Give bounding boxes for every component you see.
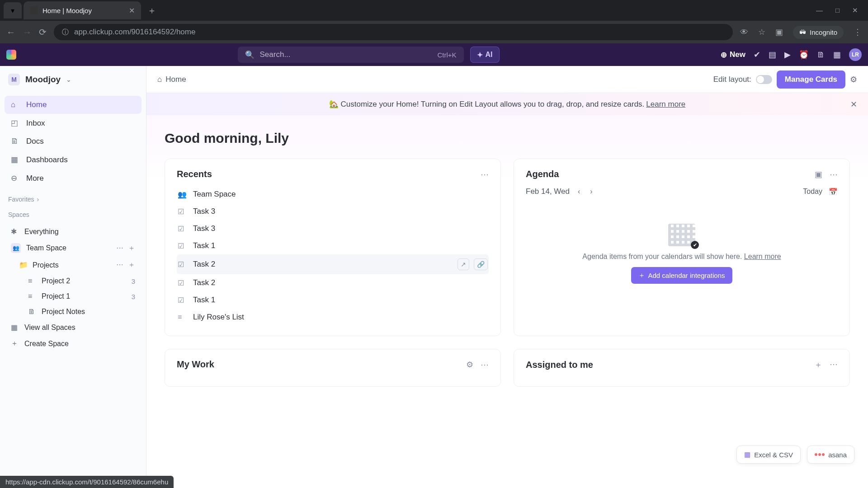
recent-label: Task 2 <box>193 260 215 269</box>
recents-title: Recents <box>177 169 212 179</box>
recent-item-task[interactable]: ☑ Task 1 <box>177 237 489 254</box>
recent-label: Task 1 <box>193 241 215 250</box>
calendar-illustration-icon <box>668 224 695 246</box>
asana-pill[interactable]: asana <box>807 446 854 464</box>
workspace-switcher[interactable]: M Moodjoy ⌄ <box>0 66 146 93</box>
more-dots-icon[interactable]: ⋯ <box>830 169 838 179</box>
user-avatar[interactable]: LR <box>849 48 862 61</box>
reload-icon[interactable]: ⟳ <box>39 27 47 38</box>
sidebar-item-project-2[interactable]: ≡ Project 2 3 <box>5 273 142 289</box>
sidebar-item-view-all-spaces[interactable]: ▦ View all Spaces <box>5 319 142 335</box>
sidebar-item-inbox[interactable]: ◰ Inbox <box>5 114 142 132</box>
sidebar-item-create-space[interactable]: ＋ Create Space <box>5 335 142 352</box>
browser-tab-bar: ▾ Home | Moodjoy ✕ ＋ — □ ✕ <box>0 0 868 21</box>
favorites-section[interactable]: Favorites › <box>0 190 146 206</box>
chrome-menu-icon[interactable]: ⋮ <box>854 27 862 37</box>
gear-icon[interactable]: ⚙ <box>850 75 857 84</box>
copy-link-icon[interactable]: 🔗 <box>474 258 488 270</box>
item-count: 3 <box>132 277 135 285</box>
tab-search-button[interactable]: ▾ <box>4 2 22 19</box>
clock-icon[interactable]: ⏰ <box>799 50 809 60</box>
apps-grid-icon[interactable]: ▦ <box>833 50 841 60</box>
incognito-label: Incognito <box>810 28 837 36</box>
clickup-logo-icon[interactable] <box>6 50 16 60</box>
sidebar-item-home[interactable]: ⌂ Home <box>5 96 142 114</box>
chevron-down-icon: ⌄ <box>66 76 71 83</box>
add-calendar-button[interactable]: ＋ Add calendar integrations <box>631 267 732 284</box>
plus-icon[interactable]: ＋ <box>814 359 822 370</box>
notepad-icon[interactable]: ▤ <box>769 50 776 60</box>
banner-learn-more-link[interactable]: Learn more <box>646 100 685 109</box>
manage-cards-label: Manage Cards <box>785 75 837 84</box>
sidebar-item-more[interactable]: ⊖ More <box>5 169 142 188</box>
today-button[interactable]: Today <box>803 188 822 196</box>
gear-icon[interactable]: ⚙ <box>466 360 473 370</box>
status-bar-url: https://app-cdn.clickup.com/t/9016164592… <box>0 476 174 488</box>
sidebar-item-project-notes[interactable]: 🗎 Project Notes <box>5 304 142 319</box>
sidebar-item-team-space[interactable]: 👥 Team Space ⋯ ＋ <box>5 239 142 257</box>
more-dots-icon[interactable]: ⋯ <box>481 360 489 370</box>
excel-csv-pill[interactable]: ▦ Excel & CSV <box>736 446 801 464</box>
plus-icon[interactable]: ＋ <box>128 260 135 270</box>
new-button[interactable]: ⊕ New <box>721 50 745 60</box>
recents-list: 👥 Team Space ☑ Task 3 ☑ Task 3 ☑ <box>177 186 489 326</box>
ai-button[interactable]: ✦ AI <box>470 47 500 63</box>
plus-icon[interactable]: ＋ <box>128 244 135 253</box>
manage-cards-button[interactable]: Manage Cards <box>777 70 845 89</box>
breadcrumb-home[interactable]: ⌂ Home <box>157 75 186 84</box>
back-icon[interactable]: ← <box>6 27 15 38</box>
bookmark-icon[interactable]: ☆ <box>758 27 765 37</box>
import-pills: ▦ Excel & CSV asana <box>736 446 854 464</box>
recent-item-task[interactable]: ☑ Task 1 <box>177 291 489 309</box>
more-dots-icon[interactable]: ⋯ <box>830 359 838 370</box>
sidebar-item-project-1[interactable]: ≡ Project 1 3 <box>5 289 142 304</box>
new-tab-button[interactable]: ＋ <box>143 5 161 17</box>
global-search[interactable]: 🔍 Search... Ctrl+K <box>238 47 464 63</box>
maximize-icon[interactable]: □ <box>835 6 840 14</box>
sidebar-item-everything[interactable]: ✱ Everything <box>5 224 142 239</box>
plus-icon: ＋ <box>638 271 645 280</box>
recent-item-list[interactable]: ≡ Lily Rose's List <box>177 309 489 326</box>
panel-icon[interactable]: ▣ <box>775 27 783 37</box>
check-circle-icon[interactable]: ✔ <box>754 50 760 60</box>
open-new-tab-icon[interactable]: ↗ <box>458 258 469 270</box>
tree-label: View all Spaces <box>24 324 75 332</box>
more-dots-icon[interactable]: ⋯ <box>116 244 123 253</box>
recent-label: Task 3 <box>193 207 215 216</box>
dashboard-icon: ▦ <box>11 155 20 164</box>
tree-label: Projects <box>33 261 59 269</box>
asana-icon <box>815 453 825 456</box>
url-field[interactable]: ⓘ app.clickup.com/9016164592/home <box>54 24 733 40</box>
incognito-badge[interactable]: 🕶 Incognito <box>793 26 844 39</box>
sidebar-item-projects[interactable]: 📁 Projects ⋯ ＋ <box>5 257 142 273</box>
calendar-icon[interactable]: 📅 <box>829 188 838 196</box>
more-dots-icon[interactable]: ⋯ <box>481 169 489 179</box>
next-day-icon[interactable]: › <box>588 186 594 197</box>
agenda-learn-more-link[interactable]: Learn more <box>744 253 781 260</box>
eye-off-icon[interactable]: 👁 <box>740 28 748 37</box>
edit-layout-toggle[interactable] <box>756 75 772 84</box>
close-window-icon[interactable]: ✕ <box>852 6 858 14</box>
sidebar-item-dashboards[interactable]: ▦ Dashboards <box>5 150 142 169</box>
layout-icon[interactable]: ▣ <box>815 169 822 179</box>
doc-icon: 🗎 <box>28 308 36 316</box>
recent-item-space[interactable]: 👥 Team Space <box>177 186 489 203</box>
close-banner-icon[interactable]: ✕ <box>850 99 857 109</box>
prev-day-icon[interactable]: ‹ <box>576 186 582 197</box>
doc-icon[interactable]: 🗎 <box>817 50 825 60</box>
sidebar-item-docs[interactable]: 🗎 Docs <box>5 132 142 150</box>
recent-item-task[interactable]: ☑ Task 2 ↗ 🔗 <box>177 254 489 274</box>
recent-item-task[interactable]: ☑ Task 3 <box>177 220 489 237</box>
greeting-heading: Good morning, Lily <box>165 131 850 146</box>
video-icon[interactable]: ▶ <box>784 50 791 60</box>
recent-item-task[interactable]: ☑ Task 2 <box>177 274 489 291</box>
more-dots-icon[interactable]: ⋯ <box>116 260 123 270</box>
inbox-icon: ◰ <box>11 118 20 128</box>
tree-label: Create Space <box>24 340 69 348</box>
forward-icon[interactable]: → <box>23 27 32 38</box>
minimize-icon[interactable]: — <box>816 6 823 14</box>
site-info-icon[interactable]: ⓘ <box>62 28 69 37</box>
recent-item-task[interactable]: ☑ Task 3 <box>177 203 489 220</box>
browser-tab[interactable]: Home | Moodjoy ✕ <box>24 1 141 19</box>
close-tab-icon[interactable]: ✕ <box>129 6 135 15</box>
